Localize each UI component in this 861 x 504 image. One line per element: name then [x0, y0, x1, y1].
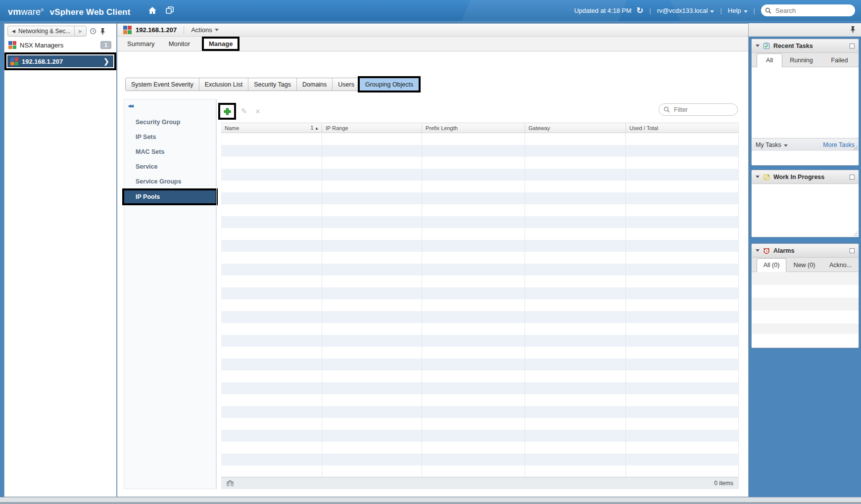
maximize-icon[interactable]: [850, 248, 855, 253]
alarms-tabs: All (0) New (0) Ackno...: [752, 258, 859, 272]
forward-button[interactable]: ▶: [74, 26, 86, 36]
user-menu[interactable]: rv@vcdx133.local: [657, 7, 715, 14]
column-header-prefix-length[interactable]: Prefix Length: [422, 123, 525, 133]
forward-arrow-icon: ▶: [79, 29, 82, 34]
chevron-down-icon: [710, 10, 714, 13]
product-title: vSphere Web Client: [50, 7, 131, 17]
table-header: Name 1 ▲ IP Range Prefix Length Gateway …: [221, 123, 738, 133]
tasks-icon: [763, 43, 770, 49]
workspaces-icon[interactable]: [165, 5, 175, 15]
separator: |: [753, 7, 756, 14]
recent-tasks-tabs: All Running Failed: [752, 53, 859, 67]
nav-item-ip-pools[interactable]: IP Pools: [124, 190, 216, 203]
find-icon[interactable]: [226, 480, 234, 487]
history-icon[interactable]: [90, 28, 96, 35]
column-header-ip-range[interactable]: IP Range: [322, 123, 422, 133]
separator: |: [719, 7, 722, 14]
pin-icon[interactable]: [99, 28, 106, 35]
collapse-arrow-icon[interactable]: [756, 45, 760, 47]
maximize-icon[interactable]: [850, 44, 855, 48]
vmware-logo: vmware® vSphere Web Client: [8, 0, 131, 21]
actions-menu[interactable]: Actions: [191, 26, 219, 34]
alarms-header: Alarms: [752, 244, 859, 258]
collapse-arrow-icon[interactable]: [756, 176, 760, 178]
home-icon[interactable]: [147, 5, 157, 15]
column-header-gateway[interactable]: Gateway: [525, 123, 625, 133]
chevron-down-icon: [784, 144, 788, 147]
delete-icon[interactable]: ✕: [255, 108, 261, 115]
column-label: Gateway: [528, 125, 550, 131]
alarms-panel: Alarms All (0) New (0) Ackno...: [751, 243, 859, 348]
back-arrow-icon: ◀: [12, 29, 15, 34]
more-tasks-link[interactable]: More Tasks: [823, 141, 855, 148]
sidebar-item-nsx-manager-selected[interactable]: 192.168.1.207 ❯: [4, 52, 116, 70]
my-tasks-dropdown[interactable]: My Tasks: [756, 141, 788, 148]
add-ip-pool-button[interactable]: [221, 106, 233, 117]
alarms-list: [752, 272, 859, 334]
tab-acknowledged-alarms[interactable]: Ackno...: [822, 259, 859, 272]
maximize-icon[interactable]: [850, 175, 855, 180]
subtab-system-event-severity[interactable]: System Event Severity: [126, 78, 199, 91]
column-label: Prefix Length: [426, 125, 458, 131]
subtab-exclusion-list[interactable]: Exclusion List: [199, 78, 248, 91]
tab-new-alarms[interactable]: New (0): [786, 259, 822, 272]
refresh-icon[interactable]: ↻: [636, 5, 643, 16]
plus-icon: [224, 108, 231, 115]
filter-box: [659, 103, 738, 116]
tab-manage[interactable]: Manage: [202, 37, 239, 51]
main-panel: 192.168.1.207 Actions Summary Monitor Ma…: [117, 23, 749, 497]
items-count: 0 items: [714, 480, 733, 487]
navigator-back-control: ◀Networking & Sec... ▶: [7, 26, 87, 37]
nav-item-service-groups[interactable]: Service Groups: [124, 176, 216, 187]
actions-label: Actions: [191, 26, 212, 34]
subtab-grouping-objects[interactable]: Grouping Objects: [360, 78, 419, 91]
resize-grip[interactable]: [853, 231, 858, 236]
column-header-name[interactable]: Name 1 ▲: [221, 123, 322, 133]
object-header: 192.168.1.207 Actions: [117, 24, 748, 37]
tab-all-tasks[interactable]: All: [757, 53, 782, 67]
navigator-header: ◀Networking & Sec... ▶: [4, 24, 116, 39]
edit-icon[interactable]: ✎: [241, 107, 247, 116]
help-menu[interactable]: Help: [728, 7, 748, 14]
tab-summary[interactable]: Summary: [127, 40, 155, 47]
subtab-security-tags[interactable]: Security Tags: [248, 78, 296, 91]
nav-item-ip-sets[interactable]: IP Sets: [124, 131, 216, 143]
sort-asc-icon: ▲: [315, 126, 319, 131]
collapse-panel-icon[interactable]: ◀◀: [128, 103, 133, 108]
divider: [184, 26, 184, 34]
alarms-title: Alarms: [773, 247, 794, 254]
subtab-domains[interactable]: Domains: [296, 78, 332, 91]
table-body-empty[interactable]: [221, 133, 738, 477]
recent-tasks-list: [752, 67, 859, 138]
nav-item-service[interactable]: Service: [124, 161, 216, 173]
topbar-right-group: Updated at 4:18 PM ↻ | rv@vcdx133.local …: [574, 0, 855, 21]
grouping-objects-nav: ◀◀ Security Group IP Sets MAC Sets Servi…: [124, 99, 216, 489]
subtab-users[interactable]: Users: [332, 78, 360, 91]
tab-all-alarms[interactable]: All (0): [757, 258, 786, 272]
work-in-progress-content: [752, 184, 859, 237]
nsx-manager-icon: [10, 57, 18, 65]
pin-icon[interactable]: [850, 26, 856, 33]
collapse-arrow-icon[interactable]: [756, 249, 760, 252]
chevron-right-icon: ❯: [103, 57, 109, 66]
column-label: Name: [225, 125, 239, 131]
search-input[interactable]: [774, 6, 861, 15]
nsx-manager-icon: [8, 41, 16, 49]
brand-ware: ware: [21, 7, 41, 17]
filter-input[interactable]: [673, 106, 755, 114]
back-label: Networking & Sec...: [18, 28, 70, 35]
object-tabs: Summary Monitor Manage: [117, 37, 748, 51]
tab-running-tasks[interactable]: Running: [782, 54, 820, 67]
chevron-down-icon: [744, 10, 748, 13]
back-button[interactable]: ◀Networking & Sec...: [8, 26, 74, 36]
recent-tasks-header: Recent Tasks: [752, 39, 859, 53]
nav-item-mac-sets[interactable]: MAC Sets: [124, 146, 216, 158]
column-header-used-total[interactable]: Used / Total: [625, 123, 738, 133]
column-separator: [525, 133, 525, 477]
tab-monitor[interactable]: Monitor: [169, 40, 190, 47]
column-separator: [625, 133, 626, 477]
nav-item-security-group[interactable]: Security Group: [124, 116, 216, 128]
sidebar-item-nsx-managers[interactable]: NSX Managers 1: [4, 39, 116, 51]
tab-failed-tasks[interactable]: Failed: [820, 54, 859, 67]
recent-tasks-footer: My Tasks More Tasks: [752, 138, 859, 151]
